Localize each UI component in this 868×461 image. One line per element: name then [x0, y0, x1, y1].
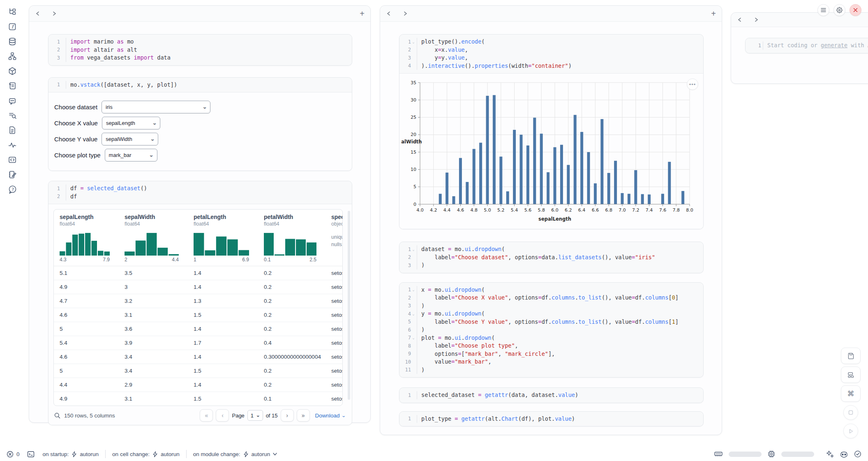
code-editor[interactable]: 1 Start coding or generate with AI: [746, 38, 868, 53]
page-select[interactable]: 1⌄: [247, 410, 263, 421]
table-row[interactable]: 4.931.40.2setos: [54, 280, 342, 294]
code-editor[interactable]: 123import marimo as moimport altair as a…: [48, 35, 352, 65]
snippets-icon[interactable]: [7, 154, 18, 165]
table-row[interactable]: 53.41.50.2setos: [54, 364, 342, 378]
prev-page-button[interactable]: ‹: [216, 409, 229, 422]
errors-indicator[interactable]: 0: [7, 451, 20, 458]
close-panel-icon[interactable]: [850, 4, 861, 16]
dropdown-select[interactable]: mark_bar⌄: [105, 149, 157, 161]
on-cell-change-setting[interactable]: on cell change: autorun: [112, 451, 180, 457]
on-startup-setting[interactable]: on startup: autorun: [43, 451, 99, 457]
column-header[interactable]: speciobjecuniqunulls:: [326, 210, 343, 266]
download-button[interactable]: Download⌄: [315, 413, 345, 419]
table-row[interactable]: 5.43.91.70.4setos: [54, 336, 342, 350]
datasources-icon[interactable]: [7, 36, 18, 47]
dropdown-select[interactable]: sepalLength⌄: [102, 117, 160, 129]
table-row[interactable]: 4.73.21.30.2setos: [54, 294, 342, 308]
help-icon[interactable]: ?: [7, 184, 18, 195]
search-icon[interactable]: [54, 413, 60, 419]
settings-gear-icon[interactable]: [833, 4, 845, 16]
table-cell: 1.3: [188, 298, 258, 304]
add-column-button[interactable]: +: [711, 9, 716, 18]
table-row[interactable]: 4.63.41.40.30000000000000004setos: [54, 350, 342, 364]
scroll-right-icon[interactable]: [753, 17, 759, 23]
code-editor[interactable]: 1selected_dataset = getattr(data, datase…: [399, 388, 703, 403]
scroll-right-icon[interactable]: [402, 11, 408, 16]
table-row[interactable]: 4.42.91.40.2setos: [54, 378, 342, 392]
code-editor[interactable]: 1⌄234plot_type().encode( x=x.value, y=y.…: [399, 35, 703, 73]
table-row[interactable]: 5.13.51.40.2setos: [54, 266, 342, 280]
cell-dataset-dropdown[interactable]: 1⌄23dataset = mo.ui.dropdown( label="Cho…: [399, 242, 704, 273]
table-cell: setos: [326, 368, 343, 374]
tracing-icon[interactable]: [7, 140, 18, 150]
column-header[interactable]: sepalLengthfloat644.37.9: [54, 210, 119, 266]
cell-xy-plot-dropdowns[interactable]: 1⌄234⌄567⌄891011x = mo.ui.dropdown( labe…: [399, 282, 704, 378]
dropdown-label: Choose dataset: [54, 104, 97, 111]
column-panel-2: + 1⌄234plot_type().encode( x=x.value, y=…: [380, 5, 722, 435]
dependencies-icon[interactable]: [7, 51, 18, 62]
table-row[interactable]: 53.61.40.2setos: [54, 322, 342, 336]
code-editor[interactable]: 1⌄23dataset = mo.ui.dropdown( label="Cho…: [399, 242, 703, 273]
column-header[interactable]: sepalWidthfloat6424.4: [119, 210, 188, 266]
dropdown-select[interactable]: iris⌄: [102, 101, 210, 113]
generate-with-ai-link[interactable]: generate: [821, 42, 847, 48]
on-module-change-setting[interactable]: on module change: autorun: [193, 451, 277, 457]
table-cell: 1.5: [188, 312, 258, 318]
table-of-contents-icon[interactable]: [7, 110, 18, 121]
panel-2-header: +: [380, 6, 722, 22]
cpu-icon: [768, 450, 775, 458]
next-page-button[interactable]: ›: [281, 409, 294, 422]
table-cell: 1.4: [188, 284, 258, 290]
code-editor[interactable]: 1⌄234⌄567⌄891011x = mo.ui.dropdown( labe…: [399, 283, 703, 378]
column-header[interactable]: petalWidthfloat640.12.5: [258, 210, 326, 266]
documentation-icon[interactable]: [7, 125, 18, 136]
ai-chat-icon[interactable]: [7, 95, 18, 106]
svg-text:6.4: 6.4: [578, 207, 586, 213]
table-scrollbar[interactable]: [348, 211, 350, 400]
table-row[interactable]: 4.93.11.50.1setos: [54, 392, 342, 406]
column-header[interactable]: petalLengthfloat6416.9: [188, 210, 258, 266]
code-editor[interactable]: 1plot_type = getattr(alt.Chart(df), plot…: [399, 412, 703, 426]
svg-text:4.2: 4.2: [430, 207, 437, 213]
scroll-left-icon[interactable]: [386, 11, 392, 16]
scroll-right-icon[interactable]: [51, 11, 57, 16]
cell-plot[interactable]: 1⌄234plot_type().encode( x=x.value, y=y.…: [399, 34, 704, 229]
lightning-icon: [243, 451, 249, 457]
save-button[interactable]: [841, 348, 861, 364]
menu-button[interactable]: [817, 4, 829, 16]
code-editor[interactable]: 12df = selected_dataset()df: [48, 181, 352, 204]
terminal-icon[interactable]: [27, 451, 35, 458]
table-row[interactable]: 4.63.11.50.2setos: [54, 308, 342, 322]
code-editor[interactable]: 1mo.vstack([dataset, x, y, plot]): [48, 78, 352, 92]
first-page-button[interactable]: «: [200, 409, 213, 422]
stop-button[interactable]: [843, 405, 858, 420]
run-button[interactable]: [843, 424, 858, 438]
ai-sparkles-icon[interactable]: [826, 450, 834, 458]
cell-dataframe[interactable]: 12df = selected_dataset()df sepalLengthf…: [48, 181, 352, 425]
scratchpad-icon[interactable]: [7, 169, 18, 180]
last-page-button[interactable]: »: [297, 409, 310, 422]
cell-new-empty[interactable]: 1 Start coding or generate with AI: [745, 38, 868, 53]
file-explorer-icon[interactable]: [7, 7, 18, 17]
logs-icon[interactable]: [7, 81, 18, 91]
scroll-left-icon[interactable]: [737, 17, 743, 23]
scroll-left-icon[interactable]: [35, 11, 41, 16]
cell-vstack[interactable]: 1mo.vstack([dataset, x, y, plot]) Choose…: [48, 77, 352, 171]
altair-bar-chart[interactable]: 051015202530354.04.24.44.64.85.05.25.45.…: [401, 77, 695, 227]
dropdown-select[interactable]: sepalWidth⌄: [102, 133, 158, 145]
svg-text:4.8: 4.8: [470, 207, 478, 213]
table-header-row: sepalLengthfloat644.37.9sepalWidthfloat6…: [54, 210, 342, 266]
add-column-button[interactable]: +: [360, 9, 365, 18]
cell-selected-dataset[interactable]: 1selected_dataset = getattr(data, datase…: [399, 387, 704, 403]
copilot-icon[interactable]: [840, 451, 848, 458]
shortcuts-button[interactable]: ⌘: [841, 385, 861, 402]
cell-plot-type[interactable]: 1plot_type = getattr(alt.Chart(df), plot…: [399, 411, 704, 427]
chart-menu-icon[interactable]: •••: [687, 78, 698, 90]
editor-placeholder[interactable]: Start coding or generate with AI: [767, 41, 868, 50]
functions-icon[interactable]: f: [7, 21, 18, 32]
packages-icon[interactable]: [7, 66, 18, 76]
layout-toggle-button[interactable]: [841, 366, 861, 383]
column-histogram: [264, 232, 316, 256]
cell-imports[interactable]: 123import marimo as moimport altair as a…: [48, 34, 352, 66]
connection-status-icon[interactable]: [854, 450, 861, 458]
